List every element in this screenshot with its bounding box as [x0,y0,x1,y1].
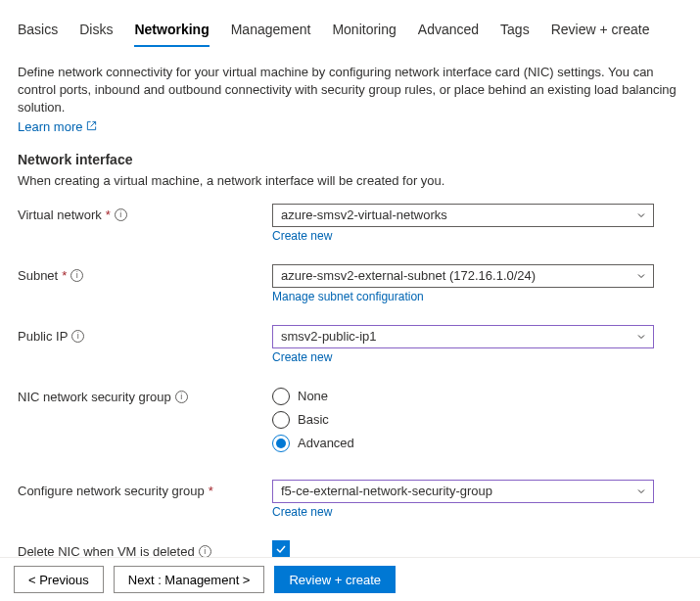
nsg-mode-radiogroup: None Basic Advanced [272,386,654,452]
nsg-mode-advanced-radio[interactable]: Advanced [272,435,654,452]
vnet-label: Virtual network [18,208,102,222]
tab-disks[interactable]: Disks [79,16,113,47]
info-icon[interactable]: i [115,208,127,221]
vnet-value: azure-smsv2-virtual-networks [281,208,447,222]
tab-review[interactable]: Review + create [551,16,650,47]
tab-basics[interactable]: Basics [18,16,58,47]
info-icon[interactable]: i [199,545,211,558]
wizard-tabs: Basics Disks Networking Management Monit… [18,16,682,48]
nsg-mode-none-radio[interactable]: None [272,388,654,405]
wizard-footer: < Previous Next : Management > Review + … [0,557,700,601]
intro-text: Define network connectivity for your vir… [18,64,682,117]
tab-tags[interactable]: Tags [500,16,530,47]
tab-networking[interactable]: Networking [134,16,209,47]
subnet-label: Subnet [18,268,58,283]
public-ip-dropdown[interactable]: smsv2-public-ip1 [272,325,654,348]
nsg-mode-advanced-label: Advanced [298,436,354,450]
chevron-down-icon [635,331,647,343]
info-icon[interactable]: i [70,269,83,282]
subnet-manage-link[interactable]: Manage subnet configuration [272,290,424,303]
section-note: When creating a virtual machine, a netwo… [18,173,682,188]
delete-nic-checkbox[interactable] [272,540,290,558]
chevron-down-icon [635,209,647,221]
external-link-icon [86,120,97,133]
vnet-dropdown[interactable]: azure-smsv2-virtual-networks [272,204,654,227]
learn-more-label: Learn more [18,119,82,134]
nsg-select-value: f5-ce-external-network-security-group [281,484,492,498]
learn-more-link[interactable]: Learn more [18,119,97,134]
subnet-dropdown[interactable]: azure-smsv2-external-subnet (172.16.1.0/… [272,264,654,288]
nsg-select-label: Configure network security group [18,484,205,498]
subnet-value: azure-smsv2-external-subnet (172.16.1.0/… [281,268,536,283]
info-icon[interactable]: i [71,330,84,343]
nsg-mode-basic-radio[interactable]: Basic [272,411,654,429]
next-button[interactable]: Next : Management > [114,566,265,593]
section-heading: Network interface [18,152,682,167]
required-marker: * [62,268,67,283]
public-ip-label: Public IP [18,329,68,344]
tab-management[interactable]: Management [231,16,311,47]
previous-button[interactable]: < Previous [14,566,104,593]
vnet-create-new-link[interactable]: Create new [272,229,332,243]
nsg-mode-label: NIC network security group [18,390,171,404]
chevron-down-icon [635,270,647,282]
nsg-mode-basic-label: Basic [298,412,329,427]
public-ip-create-new-link[interactable]: Create new [272,350,332,364]
tab-monitoring[interactable]: Monitoring [332,16,396,47]
chevron-down-icon [635,485,647,497]
review-create-button[interactable]: Review + create [274,566,396,593]
public-ip-value: smsv2-public-ip1 [281,329,377,344]
nsg-select-dropdown[interactable]: f5-ce-external-network-security-group [272,480,654,503]
tab-advanced[interactable]: Advanced [418,16,479,47]
nsg-create-new-link[interactable]: Create new [272,505,332,519]
info-icon[interactable]: i [175,391,188,403]
required-marker: * [106,208,111,222]
nsg-mode-none-label: None [298,389,328,403]
required-marker: * [209,484,213,498]
